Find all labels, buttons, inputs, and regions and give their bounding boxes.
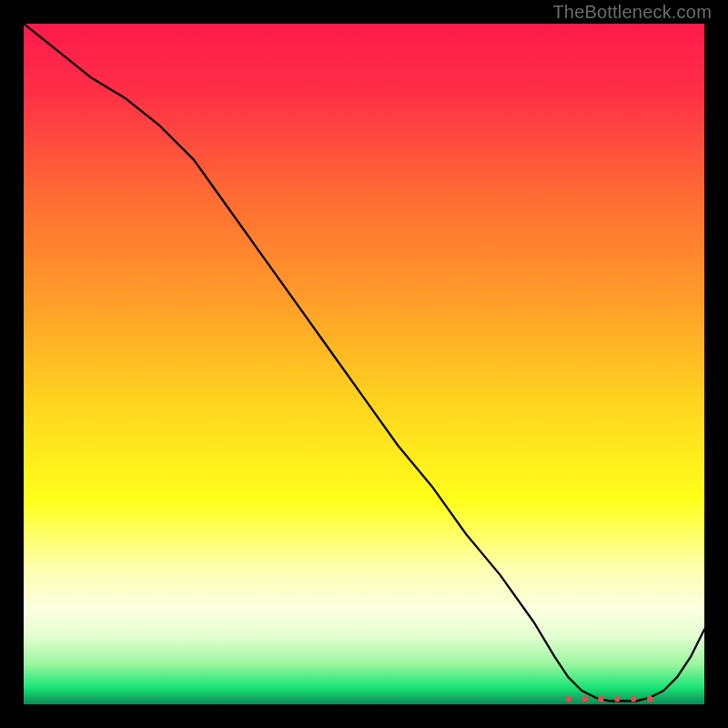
chart-frame: TheBottleneck.com: [0, 0, 728, 728]
heat-gradient: [24, 24, 704, 704]
optimum-marker: [581, 696, 587, 702]
optimum-marker: [631, 696, 636, 702]
plot-area: [24, 24, 704, 704]
optimum-marker: [614, 696, 620, 702]
optimum-marker: [598, 696, 603, 702]
optimum-marker: [647, 696, 652, 702]
watermark-label: TheBottleneck.com: [552, 2, 712, 23]
chart-svg: [24, 24, 704, 704]
optimum-marker: [565, 696, 571, 702]
